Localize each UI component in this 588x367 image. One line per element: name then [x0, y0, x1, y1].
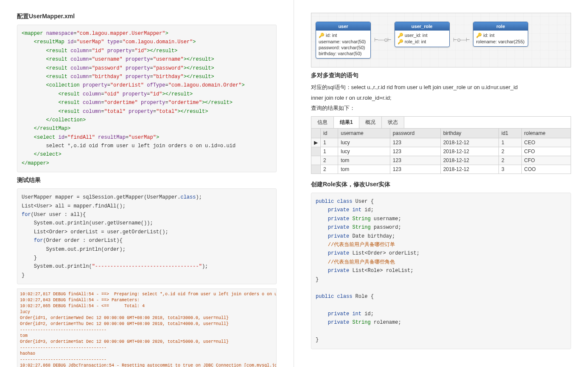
key-icon: 🔑	[398, 39, 403, 44]
connector-icon: ⊢⊙──⊢	[453, 37, 470, 43]
table-row[interactable]: 1lucy1232018-12-122CFO	[311, 147, 571, 156]
tab-status[interactable]: 状态	[382, 117, 404, 128]
connector-icon: ⊢──⊙⊢	[374, 37, 391, 43]
java-entity-code: public class User { private int id; priv…	[311, 193, 571, 349]
table-row[interactable]: ▶1lucy1232018-12-121CEO	[311, 138, 571, 147]
entity-user: user 🔑 id: int username: varchar(50) pas…	[316, 22, 371, 59]
table-row[interactable]: 2tom1232018-12-122CFO	[311, 156, 571, 165]
console-output: 10:02:27,817 DEBUG findAll:54 - ==> Prep…	[17, 289, 277, 367]
java-code-block: UserMapper mapper = sqlSession.getMapper…	[17, 188, 277, 284]
xml-code-block: <mapper namespace="com.lagou.mapper.User…	[17, 25, 277, 172]
sql-text-1: 对应的sql语句：select u.,r.,r.id rid from user…	[311, 84, 571, 91]
result-label: 查询的结果如下：	[311, 104, 571, 112]
key-icon: 🔑	[398, 33, 403, 38]
entity-user-role: user_role 🔑 user_id: int 🔑 role_id: int	[395, 22, 450, 47]
left-column: 配置UserMapper.xml <mapper namespace="com.…	[0, 0, 294, 367]
tab-info[interactable]: 信息	[311, 117, 334, 128]
heading-m2m-sql: 多对多查询的语句	[311, 72, 571, 79]
er-diagram: user 🔑 id: int username: varchar(50) pas…	[311, 13, 571, 67]
result-tabs: 信息 结果1 概况 状态	[311, 116, 571, 128]
tab-profile[interactable]: 概况	[359, 117, 382, 128]
table-row[interactable]: 2tom1232018-12-123COO	[311, 165, 571, 174]
heading-test: 测试结果	[17, 176, 277, 184]
result-table: id username password birthday id1 rolena…	[311, 128, 571, 174]
sql-text-2: inner join role r on ur.role_id=r.id;	[311, 95, 571, 101]
right-column: user 🔑 id: int username: varchar(50) pas…	[294, 0, 588, 367]
key-icon: 🔑	[319, 33, 325, 38]
entity-role: role 🔑 id: int rolename: varchar(255)	[473, 22, 528, 47]
heading-entities: 创建Role实体，修改User实体	[311, 181, 571, 188]
key-icon: 🔑	[476, 33, 482, 38]
tab-result1[interactable]: 结果1	[334, 117, 359, 128]
heading-config: 配置UserMapper.xml	[17, 13, 277, 20]
